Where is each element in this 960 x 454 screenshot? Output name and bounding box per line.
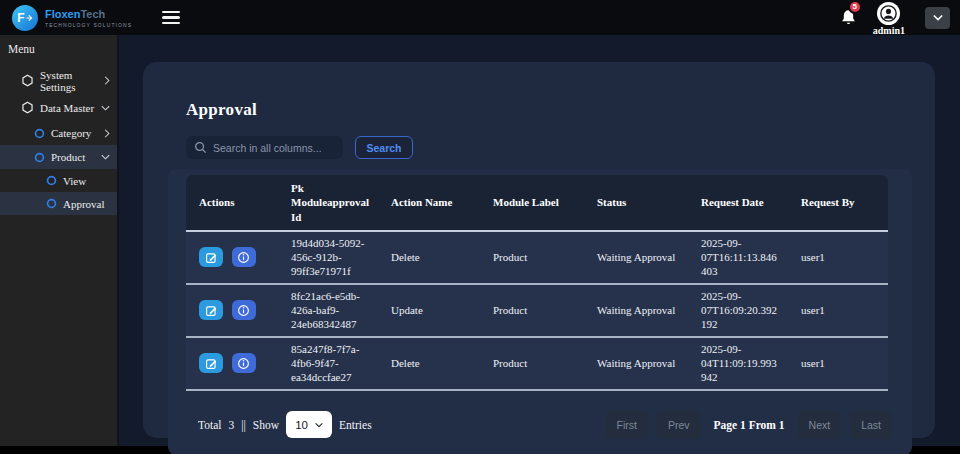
pk-id-cell: 8fc21ac6-e5db-426a-baf9-24eb68342487 <box>278 285 378 338</box>
circle-icon <box>34 128 45 139</box>
page-size-select[interactable]: 10 <box>286 411 332 438</box>
actions-cell <box>186 285 278 338</box>
table-row: 8fc21ac6-e5db-426a-baf9-24eb68342487 Upd… <box>186 285 888 338</box>
info-button[interactable] <box>232 247 256 267</box>
brand-text: FloxenTech TECHNOLOGY SOLUTIONS <box>45 8 132 28</box>
actions-cell <box>186 338 278 391</box>
sidebar-menu-label: Menu <box>0 41 117 67</box>
sidebar-item-product[interactable]: Product <box>0 145 117 169</box>
module-label-cell: Product <box>480 285 584 338</box>
chevron-down-icon <box>933 14 943 21</box>
circle-icon <box>34 152 45 163</box>
topbar-right: 5 admin1 <box>840 0 950 36</box>
chevron-right-icon <box>104 129 110 138</box>
total-value: 3 <box>228 419 234 431</box>
page-title: Approval <box>186 100 912 120</box>
column-header-pk-moduleapproval-id: Pk Moduleapproval Id <box>278 175 378 232</box>
sidebar-item-label: View <box>63 175 110 187</box>
table-row: 19d4d034-5092-456c-912b-99ff3e71971f Del… <box>186 232 888 285</box>
sidebar-item-label: Data Master <box>40 102 101 114</box>
total-label: Total <box>198 419 221 431</box>
request-date-cell: 2025-09-04T11:09:19.993942 <box>688 338 788 391</box>
hamburger-menu-button[interactable] <box>158 7 184 28</box>
table-header-row: ActionsPk Moduleapproval IdAction NameMo… <box>186 175 888 232</box>
hexagon-icon <box>21 101 34 114</box>
brand-tagline: TECHNOLOGY SOLUTIONS <box>45 22 132 28</box>
show-label: Show <box>253 419 279 431</box>
action-name-cell: Delete <box>378 338 480 391</box>
sidebar-item-label: System Settings <box>40 69 104 93</box>
table-row: 85a247f8-7f7a-4fb6-9f47-ea34dccfae27 Del… <box>186 338 888 391</box>
notifications-button[interactable]: 5 <box>840 5 857 31</box>
sidebar: Menu System Settings Data Master <box>0 35 119 446</box>
sidebar-nav: System Settings Data Master Category <box>0 67 117 215</box>
info-icon <box>237 357 250 370</box>
username-label: admin1 <box>873 25 905 36</box>
pagination: First Prev Page 1 From 1 Next Last <box>606 411 892 439</box>
column-header-module-label: Module Label <box>480 175 584 232</box>
action-name-cell: Update <box>378 285 480 338</box>
search-input[interactable] <box>186 136 343 159</box>
prev-page-button[interactable]: Prev <box>657 411 701 439</box>
circle-icon <box>46 175 57 186</box>
brand-logo[interactable]: F FloxenTech TECHNOLOGY SOLUTIONS <box>12 5 132 31</box>
module-label-cell: Product <box>480 338 584 391</box>
table-panel: ActionsPk Moduleapproval IdAction NameMo… <box>168 169 912 454</box>
sidebar-item-category[interactable]: Category <box>0 121 117 145</box>
page-info: Page 1 From 1 <box>714 419 785 431</box>
edit-icon <box>205 304 218 317</box>
edit-icon <box>205 251 218 264</box>
circle-icon <box>46 198 57 209</box>
next-page-button[interactable]: Next <box>798 411 842 439</box>
edit-button[interactable] <box>199 353 223 373</box>
avatar <box>877 2 900 25</box>
sidebar-item-data-master[interactable]: Data Master <box>0 94 117 121</box>
info-button[interactable] <box>232 353 256 373</box>
hexagon-icon <box>21 74 34 87</box>
table-footer: Total 3 || Show 10 Entries First Prev P <box>186 411 892 439</box>
info-icon <box>237 304 250 317</box>
content-card: Approval Search <box>143 62 935 438</box>
sidebar-item-system-settings[interactable]: System Settings <box>0 67 117 94</box>
module-label-cell: Product <box>480 232 584 285</box>
main-content: Approval Search <box>119 35 960 446</box>
column-header-request-by: Request By <box>788 175 888 232</box>
sidebar-item-label: Approval <box>63 198 110 210</box>
edit-button[interactable] <box>199 247 223 267</box>
sidebar-item-label: Category <box>51 127 104 139</box>
entries-control: Total 3 || Show 10 Entries <box>198 411 372 438</box>
brand-name-primary: Floxen <box>45 8 80 20</box>
search-button[interactable]: Search <box>355 136 413 159</box>
request-by-cell: user1 <box>788 285 888 338</box>
brand-name-secondary: Tech <box>80 8 105 20</box>
last-page-button[interactable]: Last <box>850 411 892 439</box>
chevron-right-icon <box>104 76 110 85</box>
notification-badge: 5 <box>848 0 862 14</box>
chevron-down-icon <box>101 105 110 111</box>
info-icon <box>237 251 250 264</box>
divider: || <box>241 419 246 431</box>
brand-initial: F <box>17 11 24 25</box>
user-menu[interactable]: admin1 <box>873 2 905 36</box>
approval-table: ActionsPk Moduleapproval IdAction NameMo… <box>186 175 888 391</box>
brand-arrow-icon <box>26 14 33 22</box>
user-icon <box>880 5 897 22</box>
chevron-down-icon <box>101 154 110 160</box>
user-dropdown-button[interactable] <box>925 7 950 29</box>
actions-cell <box>186 232 278 285</box>
action-name-cell: Delete <box>378 232 480 285</box>
search-row: Search <box>186 136 912 159</box>
first-page-button[interactable]: First <box>606 411 648 439</box>
column-header-status: Status <box>584 175 688 232</box>
page-size-value: 10 <box>295 419 308 431</box>
entries-label: Entries <box>339 419 372 431</box>
sidebar-item-approval[interactable]: Approval <box>0 192 117 215</box>
request-date-cell: 2025-09-07T16:11:13.846403 <box>688 232 788 285</box>
status-cell: Waiting Approval <box>584 232 688 285</box>
info-button[interactable] <box>232 300 256 320</box>
sidebar-item-view[interactable]: View <box>0 169 117 192</box>
edit-button[interactable] <box>199 300 223 320</box>
topbar: F FloxenTech TECHNOLOGY SOLUTIONS 5 <box>0 0 960 35</box>
pk-id-cell: 19d4d034-5092-456c-912b-99ff3e71971f <box>278 232 378 285</box>
sidebar-item-label: Product <box>51 151 101 163</box>
